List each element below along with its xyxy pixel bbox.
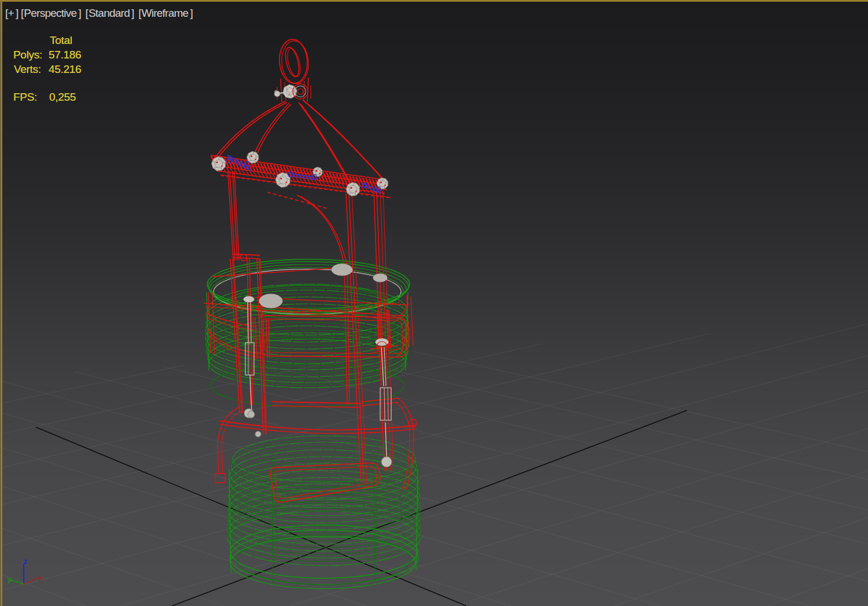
svg-text:x: x (39, 574, 43, 582)
svg-text:y: y (8, 575, 12, 583)
svg-text:z: z (24, 557, 27, 565)
